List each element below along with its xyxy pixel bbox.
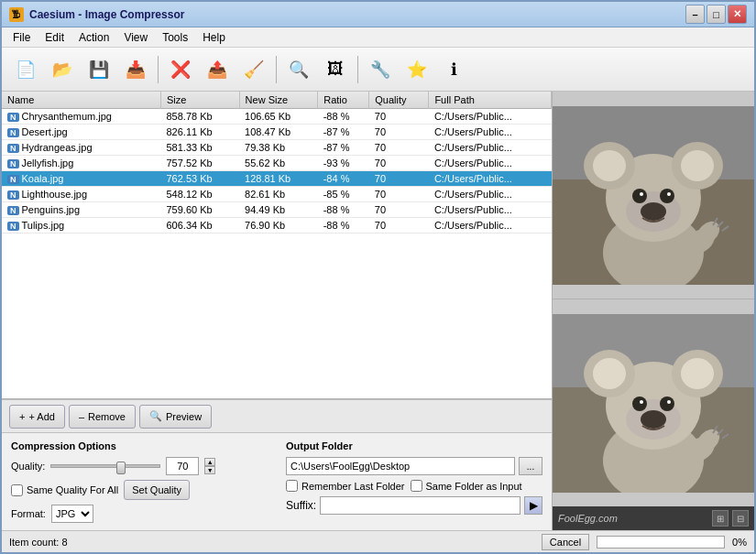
open-button[interactable]: 📂 xyxy=(46,53,79,86)
cell-name: NTulips.jpg xyxy=(2,218,160,234)
export-button[interactable]: 📤 xyxy=(201,53,234,86)
main-area: Name Size New Size Ratio Quality Full Pa… xyxy=(2,92,754,530)
preview-button[interactable]: 🔍 Preview xyxy=(139,405,212,429)
status-bar: Item count: 8 Cancel 0% xyxy=(2,530,754,552)
col-path: Full Path xyxy=(429,92,552,109)
spin-down-button[interactable]: ▼ xyxy=(204,466,215,474)
tools-button[interactable]: 🔧 xyxy=(364,53,397,86)
cell-name: NChrysanthemum.jpg xyxy=(2,109,160,125)
slider-thumb[interactable] xyxy=(116,462,126,474)
folder-path-row: ... xyxy=(286,457,542,475)
add-icon: + xyxy=(19,411,25,422)
save-button[interactable]: 💾 xyxy=(82,53,115,86)
add-button[interactable]: + + Add xyxy=(9,405,65,429)
cell-name: NKoala.jpg xyxy=(2,171,160,187)
folder-options-row: Remember Last Folder Same Folder as Inpu… xyxy=(286,480,542,492)
cell-name: NJellyfish.jpg xyxy=(2,156,160,171)
menu-tools[interactable]: Tools xyxy=(155,29,195,46)
format-select[interactable]: JPG PNG BMP xyxy=(51,505,93,523)
table-row[interactable]: NChrysanthemum.jpg 858.78 Kb 106.65 Kb -… xyxy=(2,109,552,125)
menu-view[interactable]: View xyxy=(116,29,155,46)
browse-button[interactable]: ... xyxy=(519,457,542,475)
spin-up-button[interactable]: ▲ xyxy=(204,458,215,466)
image-button[interactable]: 🖼 xyxy=(319,53,352,86)
cell-size: 826.11 Kb xyxy=(160,125,239,140)
same-quality-label[interactable]: Same Quality For All xyxy=(11,484,118,496)
table-row[interactable]: NTulips.jpg 606.34 Kb 76.90 Kb -88 % 70 … xyxy=(2,218,552,234)
zoom-out-icon[interactable]: ⊟ xyxy=(732,510,749,527)
broom-button[interactable]: 🧹 xyxy=(237,53,270,86)
cell-ratio: -87 % xyxy=(318,125,369,140)
table-row[interactable]: NPenguins.jpg 759.60 Kb 94.49 Kb -88 % 7… xyxy=(2,202,552,218)
cell-quality: 70 xyxy=(369,171,429,187)
same-folder-label[interactable]: Same Folder as Input xyxy=(411,480,522,492)
cell-size: 759.60 Kb xyxy=(160,202,239,218)
set-quality-button[interactable]: Set Quality xyxy=(124,480,190,500)
cell-ratio: -87 % xyxy=(318,140,369,156)
table-row[interactable]: NHydrangeas.jpg 581.33 Kb 79.38 Kb -87 %… xyxy=(2,140,552,156)
table-row[interactable]: NJellyfish.jpg 757.52 Kb 55.62 Kb -93 % … xyxy=(2,156,552,171)
n-badge: N xyxy=(7,128,19,137)
app-icon: 🗜 xyxy=(9,7,24,22)
svg-point-7 xyxy=(681,150,714,181)
quality-label: Quality: xyxy=(11,461,45,472)
suffix-button[interactable]: ▶ xyxy=(524,496,542,515)
col-ratio: Ratio xyxy=(318,92,369,109)
cell-path: C:/Users/Public... xyxy=(429,109,552,125)
table-row[interactable]: NLighthouse.jpg 548.12 Kb 82.61 Kb -85 %… xyxy=(2,187,552,202)
remember-folder-checkbox[interactable] xyxy=(286,480,298,492)
minimize-button[interactable]: – xyxy=(685,5,705,24)
quality-slider[interactable] xyxy=(50,459,160,473)
menu-action[interactable]: Action xyxy=(71,29,116,46)
remove-button[interactable]: – Remove xyxy=(69,405,136,429)
suffix-input[interactable] xyxy=(320,496,520,515)
title-bar-left: 🗜 Caesium - Image Compressor xyxy=(9,7,184,22)
svg-point-32 xyxy=(641,410,666,429)
maximize-button[interactable]: □ xyxy=(707,5,726,24)
cell-newsize: 94.49 Kb xyxy=(239,202,318,218)
cell-newsize: 55.62 Kb xyxy=(239,156,318,171)
quality-input[interactable] xyxy=(166,457,199,475)
cancel-button[interactable]: Cancel xyxy=(542,534,589,550)
preview-label: Preview xyxy=(166,411,202,422)
compression-options: Compression Options Quality: ▲ ▼ xyxy=(11,440,268,523)
file-list[interactable]: Name Size New Size Ratio Quality Full Pa… xyxy=(2,92,552,399)
close-button[interactable]: ✕ xyxy=(728,5,747,24)
format-row: Format: JPG PNG BMP xyxy=(11,505,268,523)
clear-button[interactable]: ❌ xyxy=(164,53,197,86)
main-window: 🗜 Caesium - Image Compressor – □ ✕ File … xyxy=(0,0,756,554)
table-row[interactable]: NDesert.jpg 826.11 Kb 108.47 Kb -87 % 70… xyxy=(2,125,552,140)
footer-logo: FoolEgg.com xyxy=(558,513,618,524)
col-quality: Quality xyxy=(369,92,429,109)
zoom-in-icon[interactable]: ⊞ xyxy=(712,510,729,527)
cell-size: 858.78 Kb xyxy=(160,109,239,125)
n-badge: N xyxy=(7,190,19,200)
svg-point-12 xyxy=(667,192,671,196)
koala-preview-original xyxy=(553,106,754,285)
folder-path-input[interactable] xyxy=(286,457,515,475)
same-quality-checkbox[interactable] xyxy=(11,484,23,496)
same-folder-checkbox[interactable] xyxy=(411,480,422,492)
toolbar-separator-3 xyxy=(357,56,358,83)
toolbar: 📄 📂 💾 📥 ❌ 📤 🧹 🔍 🖼 🔧 ⭐ ℹ xyxy=(2,48,754,92)
cell-path: C:/Users/Public... xyxy=(429,156,552,171)
menu-edit[interactable]: Edit xyxy=(38,29,71,46)
search-button[interactable]: 🔍 xyxy=(282,53,315,86)
info-button[interactable]: ℹ xyxy=(437,53,470,86)
new-button[interactable]: 📄 xyxy=(9,53,42,86)
cell-ratio: -88 % xyxy=(318,218,369,234)
menu-file[interactable]: File xyxy=(5,29,38,46)
remember-folder-label[interactable]: Remember Last Folder xyxy=(286,480,405,492)
cell-name: NDesert.jpg xyxy=(2,125,160,140)
right-panel: FoolEgg.com ⊞ ⊟ xyxy=(553,92,754,530)
cell-quality: 70 xyxy=(369,156,429,171)
cell-newsize: 82.61 Kb xyxy=(239,187,318,202)
cell-path: C:/Users/Public... xyxy=(429,125,552,140)
import-button[interactable]: 📥 xyxy=(119,53,152,86)
menu-help[interactable]: Help xyxy=(195,29,233,46)
table-row[interactable]: NKoala.jpg 762.53 Kb 128.81 Kb -84 % 70 … xyxy=(2,171,552,187)
star-button[interactable]: ⭐ xyxy=(400,53,433,86)
cell-quality: 70 xyxy=(369,109,429,125)
remember-folder-text: Remember Last Folder xyxy=(301,481,405,492)
cell-size: 762.53 Kb xyxy=(160,171,239,187)
